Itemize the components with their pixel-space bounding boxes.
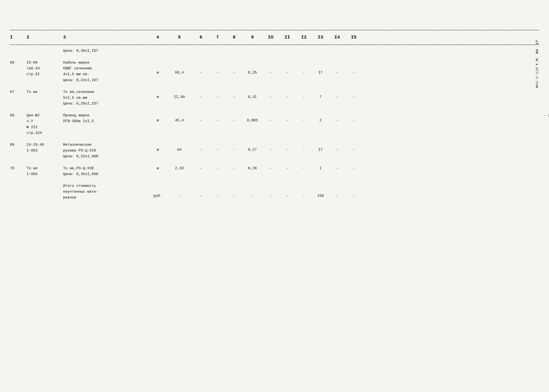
cell-col7-68: -	[209, 112, 226, 123]
cell-col14-itogo: -	[329, 183, 345, 199]
cell-col5-67: 2I,50	[166, 89, 193, 100]
cell-id-66: 66	[10, 60, 27, 66]
cell-col5-68: 45,4	[166, 112, 193, 123]
table-row: 67 То же То же,сечением 5хI,5 кв.мм Цена…	[10, 86, 539, 110]
cell-col9-70: 0,38	[242, 165, 262, 171]
cell-col13-70: I	[312, 165, 329, 171]
cell-desc-itogo: Итого стоимость неучтенных мате- риалов	[63, 183, 150, 201]
header-col-14: I4	[329, 34, 345, 41]
cell-col13-67: 7	[312, 89, 329, 100]
cell-col6-itogo: -	[193, 183, 209, 199]
cell-unit-67: м	[150, 89, 166, 100]
cell-unit-66: м	[150, 60, 166, 76]
cell-col15-itogo: -	[345, 183, 362, 199]
cell-col14-69: -	[329, 142, 345, 153]
cell-col14-68: -	[329, 112, 345, 123]
cell-col10-70: -	[262, 165, 279, 171]
cell-col7-66: -	[209, 60, 226, 76]
cell-col11-66: -	[279, 60, 296, 76]
cell-col9-68: 0,085	[242, 112, 262, 123]
cell-col5-69: 64	[166, 142, 193, 153]
cell-col7-itogo: -	[209, 183, 226, 199]
header-col-3: 3	[63, 34, 150, 41]
cell-col12-66: -	[296, 60, 312, 76]
cell-col8-66: -	[226, 60, 242, 76]
page-container: Т.П. АП. 17 ФО1-2-119 I 2 3 4 5 6 7 8 9 …	[10, 30, 539, 204]
cell-col5-70: 2,IO	[166, 165, 193, 171]
header-col-4: 4	[150, 34, 166, 41]
table-header: I 2 3 4 5 6 7 8 9 IO II I2 I3 I4 I5	[10, 30, 539, 45]
cell-col9-66: 0,25	[242, 60, 262, 76]
right-label-code: ФО1-2-119	[535, 67, 539, 88]
cell-col10-68: -	[262, 112, 279, 123]
cell-col12-69: -	[296, 142, 312, 153]
cell-col9-itogo: -	[242, 183, 262, 199]
cell-col7-67: -	[209, 89, 226, 100]
cell-id-68: 68	[10, 112, 27, 118]
cell-col9-67: 0,3I	[242, 89, 262, 100]
cell-col14-67: -	[329, 89, 345, 100]
header-col-12: I2	[296, 34, 312, 41]
cell-id-70: 70	[10, 165, 27, 171]
header-col-15: I5	[345, 34, 362, 41]
cell-col14-66: -	[329, 60, 345, 76]
cell-col15-68: -	[345, 112, 362, 123]
header-col-10: IO	[262, 34, 279, 41]
header-col-7: 7	[209, 34, 226, 41]
table-row: 68 Цен.№I ч.У № 2I2 стр.224 Провод марки…	[10, 110, 539, 139]
cell-code-70: То же I-056	[27, 165, 63, 177]
cell-col15-70: -	[345, 165, 362, 171]
cell-col6-70: -	[193, 165, 209, 171]
cell-col8-itogo: -	[226, 183, 242, 199]
cell-col11-68: -	[279, 112, 296, 123]
cell-unit-70: м	[150, 165, 166, 171]
cell-code-66: I5-09 таб.54 стр.5I	[27, 60, 63, 77]
cell-col15-69: -	[345, 142, 362, 153]
side-note-205: - 205 -	[544, 113, 549, 118]
cell-price-note-0: Цена: 0,36хI,IO7	[63, 48, 150, 54]
cell-col14-70: -	[329, 165, 345, 171]
cell-col11-70: -	[279, 165, 296, 171]
cell-col15-67: -	[345, 89, 362, 100]
table-row: 69 24-I6-49 I-053 Металлические рукава Р…	[10, 139, 539, 162]
cell-desc-68: Провод марки ПГВ-380в IхI,5	[63, 112, 150, 124]
cell-col13-68: 2	[312, 112, 329, 123]
cell-id-69: 69	[10, 142, 27, 148]
cell-col13-66: I7	[312, 60, 329, 76]
cell-desc-67: То же,сечением 5хI,5 кв.мм Цена: 0,28хI,…	[63, 89, 150, 107]
table-row: 66 I5-09 таб.54 стр.5I Кабель марки КВВГ…	[10, 57, 539, 86]
right-label-top: Т.П. АП. 17	[535, 40, 539, 65]
cell-col6-69: -	[193, 142, 209, 153]
cell-col8-69: -	[226, 142, 242, 153]
cell-col6-67: -	[193, 89, 209, 100]
cell-col8-68: -	[226, 112, 242, 123]
cell-col6-66: -	[193, 60, 209, 76]
cell-col6-68: -	[193, 112, 209, 123]
table-row: Итого стоимость неучтенных мате- риалов …	[10, 180, 539, 204]
cell-col9-69: 0,27	[242, 142, 262, 153]
header-col-9: 9	[242, 34, 262, 41]
header-col-8: 8	[226, 34, 242, 41]
cell-col11-69: -	[279, 142, 296, 153]
cell-col11-67: -	[279, 89, 296, 100]
cell-unit-68: м	[150, 112, 166, 123]
cell-unit-69: м	[150, 142, 166, 153]
cell-desc-69: Металлические рукава РЗ-Ц-ХI8 Цена: 0,25…	[63, 142, 150, 160]
cell-col5-66: 68,4	[166, 60, 193, 76]
cell-col7-69: -	[209, 142, 226, 153]
cell-col10-67: -	[262, 89, 279, 100]
header-col-2: 2	[27, 34, 63, 41]
cell-code-69: 24-I6-49 I-053	[27, 142, 63, 154]
cell-code-67: То же	[27, 89, 63, 95]
header-col-5: 5	[166, 34, 193, 41]
cell-code-68: Цен.№I ч.У № 2I2 стр.224	[27, 112, 63, 136]
cell-col15-66: -	[345, 60, 362, 76]
cell-desc-66: Кабель марки КВВГ сечением 4хI,5 мм кв. …	[63, 60, 150, 83]
header-col-13: I3	[312, 34, 329, 41]
cell-id-67: 67	[10, 89, 27, 95]
cell-col11-itogo: -	[279, 183, 296, 199]
header-col-1: I	[10, 34, 27, 41]
cell-col12-68: -	[296, 112, 312, 123]
cell-col12-70: -	[296, 165, 312, 171]
cell-col13-69: I7	[312, 142, 329, 153]
